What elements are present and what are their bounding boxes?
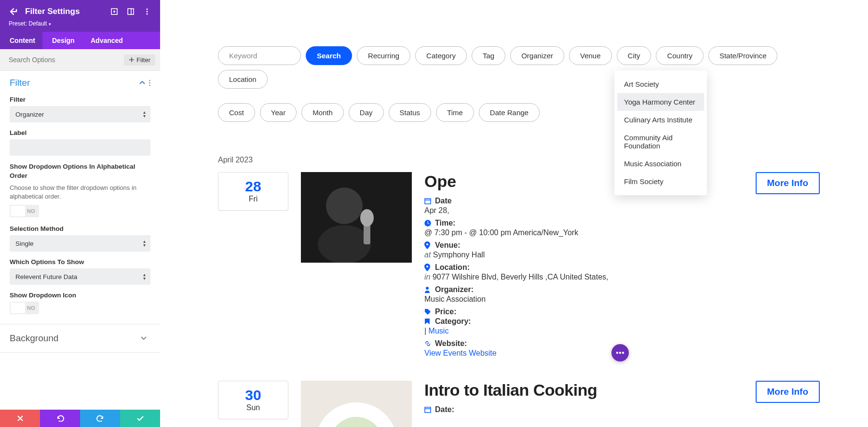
- event-venue: at Symphony Hall: [424, 251, 820, 259]
- event-date: Apr 28,: [424, 206, 820, 215]
- pill-category[interactable]: Category: [415, 46, 467, 65]
- selection-method-select[interactable]: Single ▴▾: [10, 235, 150, 252]
- svg-point-9: [149, 85, 150, 86]
- svg-point-1: [113, 11, 115, 13]
- pill-country[interactable]: Country: [656, 46, 704, 65]
- dropdown-item[interactable]: Community Aid Foundation: [617, 129, 704, 155]
- event-row: 30 Sun Intro to Italian Cooking More Inf…: [218, 381, 820, 427]
- tab-design[interactable]: Design: [42, 32, 81, 49]
- dropdown-item[interactable]: Art Society: [617, 75, 704, 93]
- pin-icon: [424, 241, 432, 249]
- chevron-up-icon: [139, 81, 145, 85]
- event-row: 28 Fri Ope More Info Date Apr 28, Time: …: [218, 172, 820, 361]
- pill-time[interactable]: Time: [436, 103, 474, 122]
- discard-button[interactable]: [0, 410, 40, 427]
- selection-method-label: Selection Method: [10, 225, 150, 232]
- dropdown-icon-toggle[interactable]: NO: [10, 302, 39, 314]
- chevron-down-icon: [141, 336, 147, 340]
- filter-select[interactable]: Organizer ▴▾: [10, 106, 150, 122]
- event-body: Intro to Italian Cooking More Info Date:: [424, 381, 820, 415]
- dropdown-icon-label: Show Dropdown Icon: [10, 292, 150, 299]
- calendar-icon: [424, 406, 432, 413]
- save-button[interactable]: [120, 410, 160, 427]
- pill-venue[interactable]: Venue: [569, 46, 612, 65]
- label-input[interactable]: [10, 139, 150, 156]
- pill-date-range[interactable]: Date Range: [479, 103, 540, 122]
- tab-advanced[interactable]: Advanced: [81, 32, 129, 49]
- which-options-select[interactable]: Relevent Future Data ▴▾: [10, 268, 150, 285]
- event-category: | Music: [424, 327, 820, 335]
- floating-action-button[interactable]: [611, 344, 629, 361]
- more-info-button[interactable]: More Info: [756, 172, 820, 194]
- expand-icon[interactable]: [110, 7, 119, 16]
- which-options-label: Which Options To Show: [10, 258, 150, 266]
- svg-point-14: [360, 209, 374, 227]
- calendar-icon: [424, 198, 432, 204]
- toggle-knob: [11, 303, 25, 313]
- dropdown-item[interactable]: Film Society: [617, 173, 704, 190]
- svg-point-6: [146, 13, 148, 14]
- pill-day[interactable]: Day: [349, 103, 384, 122]
- more-icon[interactable]: [143, 7, 151, 16]
- background-section-header[interactable]: Background: [0, 324, 160, 352]
- toggle-knob: [11, 206, 25, 216]
- date-number: 28: [218, 178, 288, 195]
- date-card: 28 Fri: [218, 172, 288, 211]
- date-card: 30 Sun: [218, 381, 288, 419]
- pill-recurring[interactable]: Recurring: [357, 46, 410, 65]
- event-body: Ope More Info Date Apr 28, Time: @ 7:30 …: [424, 172, 820, 361]
- month-heading: April 2023: [218, 156, 820, 164]
- search-options-input[interactable]: [5, 54, 124, 66]
- search-button[interactable]: Search: [306, 46, 352, 65]
- event-title: Intro to Italian Cooking: [424, 381, 597, 400]
- link-icon: [424, 340, 432, 347]
- back-icon[interactable]: [9, 6, 20, 17]
- filter-section-header[interactable]: Filter: [0, 71, 160, 91]
- settings-panel: Filter Filter Organizer ▴▾ Label Show Dr…: [0, 71, 160, 410]
- dropdown-item[interactable]: Music Association: [617, 155, 704, 173]
- pill-cost[interactable]: Cost: [218, 103, 255, 122]
- redo-button[interactable]: [80, 410, 120, 427]
- event-title: Ope: [424, 172, 456, 191]
- select-arrows-icon: ▴▾: [143, 110, 146, 118]
- svg-point-30: [619, 352, 621, 354]
- date-day: Fri: [218, 195, 288, 203]
- svg-point-31: [622, 352, 624, 354]
- date-number: 30: [218, 387, 288, 403]
- dropdown-item[interactable]: Yoga Harmony Center: [617, 93, 704, 111]
- pin-icon: [424, 264, 432, 271]
- select-arrows-icon: ▴▾: [143, 240, 146, 247]
- filter-pills-row-2: Cost Year Month Day Status Time Date Ran…: [218, 103, 820, 122]
- bookmark-icon: [424, 318, 432, 325]
- event-image: [301, 381, 412, 427]
- svg-rect-27: [425, 407, 431, 413]
- pill-location[interactable]: Location: [218, 70, 268, 89]
- pill-state[interactable]: State/Province: [708, 46, 778, 65]
- alpha-order-toggle[interactable]: NO: [10, 205, 39, 217]
- svg-point-4: [146, 8, 148, 10]
- undo-button[interactable]: [40, 410, 80, 427]
- layout-icon[interactable]: [126, 7, 135, 16]
- pill-year[interactable]: Year: [260, 103, 297, 122]
- svg-point-8: [149, 82, 150, 84]
- pill-status[interactable]: Status: [389, 103, 432, 122]
- section-more-icon[interactable]: [149, 80, 150, 86]
- pill-organizer[interactable]: Organizer: [510, 46, 564, 65]
- svg-point-29: [616, 352, 618, 354]
- svg-point-12: [318, 225, 371, 263]
- more-info-button[interactable]: More Info: [756, 381, 820, 403]
- alpha-order-desc: Choose to show the filter dropdown optio…: [10, 184, 150, 201]
- svg-point-7: [149, 80, 150, 81]
- svg-point-20: [426, 287, 429, 290]
- add-filter-button[interactable]: Filter: [124, 54, 155, 66]
- pill-tag[interactable]: Tag: [472, 46, 505, 65]
- preset-dropdown[interactable]: Preset: Default ▾: [9, 20, 151, 27]
- tab-content[interactable]: Content: [0, 32, 42, 49]
- pill-month[interactable]: Month: [301, 103, 344, 122]
- svg-point-5: [146, 11, 148, 12]
- keyword-input[interactable]: Keyword: [218, 46, 301, 65]
- dropdown-item[interactable]: Culinary Arts Institute: [617, 111, 704, 129]
- alpha-order-label: Show Dropdown Options In Alphabetical Or…: [10, 162, 150, 181]
- event-image: [301, 172, 412, 263]
- pill-city[interactable]: City: [617, 46, 651, 65]
